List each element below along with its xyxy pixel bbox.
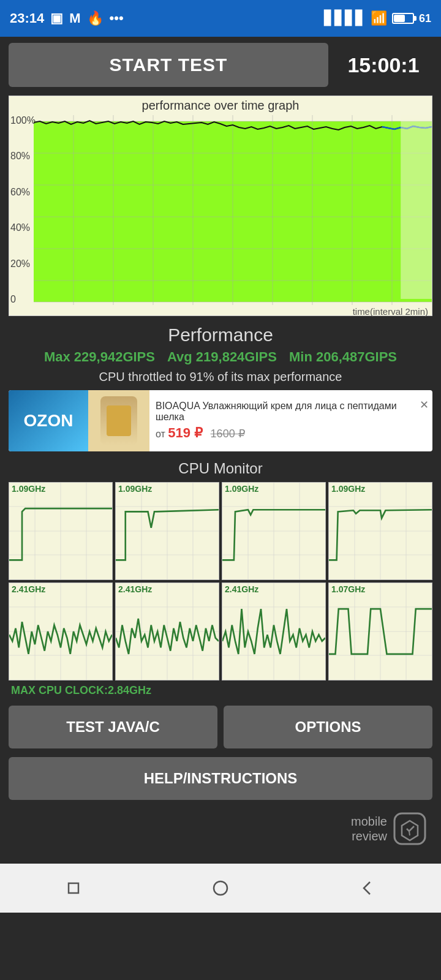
cpu-core-6: 2.41GHz — [222, 582, 326, 680]
y-label-60: 60% — [10, 187, 36, 198]
stat-min: Min 206,487GIPS — [289, 349, 397, 365]
graph-title: performance over time graph — [9, 96, 432, 115]
svg-point-77 — [214, 881, 227, 895]
y-label-20: 20% — [10, 258, 36, 270]
cpu-core-0: 1.09GHz — [9, 482, 113, 580]
cpu-core-1-freq: 1.09GHz — [118, 484, 152, 494]
cpu-core-3: 1.09GHz — [328, 482, 432, 580]
cpu-core-1: 1.09GHz — [115, 482, 219, 580]
ad-price-prefix: от — [156, 429, 165, 439]
graph-y-labels: 100% 80% 60% 40% 20% 0 — [10, 115, 36, 305]
svg-rect-17 — [401, 115, 432, 299]
stat-avg: Avg 219,824GIPS — [167, 349, 277, 365]
ad-price-old: 1600 ₽ — [211, 428, 245, 440]
start-test-button[interactable]: START TEST — [9, 43, 328, 87]
max-cpu-label: MAX CPU CLOCK:2.84GHz — [9, 684, 432, 697]
options-button[interactable]: OPTIONS — [224, 706, 432, 748]
performance-section: Performance Max 229,942GIPS Avg 219,824G… — [9, 325, 432, 384]
y-label-0: 0 — [10, 294, 36, 305]
graph-area: 100% 80% 60% 40% 20% 0 — [9, 115, 432, 305]
ad-product-image — [88, 390, 149, 451]
cpu-core-4-freq: 2.41GHz — [12, 584, 45, 594]
nav-back-button[interactable] — [353, 873, 382, 903]
mail-icon: M — [69, 10, 80, 26]
cpu-monitor-title: CPU Monitor — [9, 460, 432, 477]
cpu-core-6-freq: 2.41GHz — [225, 584, 258, 594]
cpu-core-5-freq: 2.41GHz — [118, 584, 152, 594]
cpu-core-5: 2.41GHz — [115, 582, 219, 680]
timer-display: 15:00:1 — [334, 53, 432, 77]
status-time: 23:14 — [10, 10, 44, 26]
cpu-grid: 1.09GHz 1.09GHz — [9, 482, 432, 680]
ad-brand-name: OZON — [24, 411, 74, 431]
ad-price-new: 519 ₽ — [168, 425, 203, 440]
signal-icon: ▋▋▋▋ — [324, 10, 366, 26]
main-content: START TEST 15:00:1 performance over time… — [0, 37, 441, 864]
svg-rect-76 — [69, 883, 78, 893]
nav-home-button[interactable] — [206, 873, 235, 903]
flame-icon: 🔥 — [87, 10, 104, 26]
cpu-core-1-graph — [116, 483, 219, 579]
cpu-monitor-section: CPU Monitor 1.09GHz 1 — [9, 460, 432, 697]
help-button[interactable]: HELP/INSTRUCTIONS — [9, 757, 432, 800]
performance-stats: Max 229,942GIPS Avg 219,824GIPS Min 206,… — [9, 349, 432, 365]
cpu-core-5-graph — [116, 583, 219, 680]
graph-time-label: time(interval 2min) — [9, 305, 432, 317]
ad-banner[interactable]: OZON BIOAQUA Увлажняющий крем для лица с… — [9, 390, 432, 451]
ad-title: BIOAQUA Увлажняющий крем для лица с пепт… — [156, 401, 426, 423]
mobile-review-logo: mobilereview — [9, 812, 432, 858]
y-label-100: 100% — [10, 115, 36, 126]
sim-icon: ▣ — [50, 10, 63, 26]
cpu-core-4: 2.41GHz — [9, 582, 113, 680]
ad-close-button[interactable]: ✕ — [420, 398, 429, 412]
nav-recents-button[interactable] — [59, 873, 88, 903]
throttle-text: CPU throttled to 91% of its max performa… — [9, 370, 432, 384]
nav-bar — [0, 864, 441, 913]
svg-rect-74 — [394, 813, 425, 844]
graph-svg — [34, 115, 432, 305]
top-row: START TEST 15:00:1 — [9, 43, 432, 87]
ad-brand-left: OZON — [9, 390, 88, 451]
y-label-40: 40% — [10, 222, 36, 233]
cpu-core-7-freq: 1.07GHz — [331, 584, 365, 594]
battery-icon — [392, 13, 414, 24]
cpu-core-2: 1.09GHz — [222, 482, 326, 580]
cpu-core-3-freq: 1.09GHz — [331, 484, 365, 494]
ad-right-content: BIOAQUA Увлажняющий крем для лица с пепт… — [149, 396, 432, 446]
y-label-80: 80% — [10, 151, 36, 162]
cpu-core-4-graph — [9, 583, 112, 680]
cpu-core-3-graph — [329, 483, 432, 579]
performance-title: Performance — [9, 325, 432, 345]
cpu-core-0-graph — [9, 483, 112, 579]
cpu-core-2-freq: 1.09GHz — [225, 484, 258, 494]
bottom-buttons-row1: TEST JAVA/C OPTIONS — [9, 706, 432, 748]
cpu-core-7: 1.07GHz — [328, 582, 432, 680]
status-bar: 23:14 ▣ M 🔥 ••• ▋▋▋▋ 📶 61 — [0, 0, 441, 37]
wifi-icon: 📶 — [371, 10, 387, 26]
battery-percent: 61 — [419, 12, 431, 25]
cpu-core-2-graph — [222, 483, 325, 579]
status-left: 23:14 ▣ M 🔥 ••• — [10, 10, 124, 26]
cpu-core-0-freq: 1.09GHz — [12, 484, 45, 494]
mobile-review-icon — [393, 812, 426, 845]
mobile-review-text: mobilereview — [351, 814, 387, 843]
status-right: ▋▋▋▋ 📶 61 — [324, 10, 431, 26]
dots-icon: ••• — [110, 10, 124, 26]
cpu-core-7-graph — [329, 583, 432, 680]
test-java-button[interactable]: TEST JAVA/C — [9, 706, 217, 748]
cpu-core-6-graph — [222, 583, 325, 680]
performance-graph-container: performance over time graph 100% 80% 60%… — [9, 96, 432, 316]
ad-pricing: от 519 ₽ 1600 ₽ — [156, 425, 426, 441]
stat-max: Max 229,942GIPS — [44, 349, 155, 365]
